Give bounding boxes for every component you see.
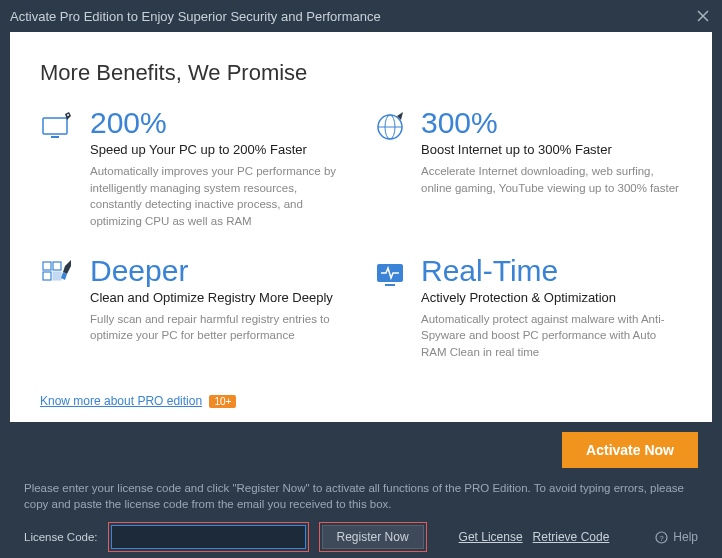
help-label: Help <box>673 530 698 544</box>
pulse-monitor-icon <box>371 256 409 294</box>
benefit-registry: Deeper Clean and Optimize Registry More … <box>40 256 351 361</box>
benefit-body: Automatically improves your PC performan… <box>90 163 351 230</box>
get-license-link[interactable]: Get License <box>459 530 523 544</box>
benefit-subtitle: Boost Internet up to 300% Faster <box>421 142 682 157</box>
know-more-link[interactable]: Know more about PRO edition <box>40 394 202 408</box>
license-code-label: License Code: <box>24 531 98 543</box>
svg-rect-7 <box>53 262 61 270</box>
benefits-heading: More Benefits, We Promise <box>40 60 682 86</box>
benefit-body: Fully scan and repair harmful registry e… <box>90 311 351 344</box>
benefits-grid: 200% Speed up Your PC up to 200% Faster … <box>40 108 682 361</box>
instructions-text: Please enter your license code and click… <box>24 480 698 512</box>
benefit-body: Accelerate Internet downloading, web sur… <box>421 163 682 196</box>
svg-rect-1 <box>51 136 59 138</box>
benefit-body: Automatically protect against malware wi… <box>421 311 682 361</box>
retrieve-code-link[interactable]: Retrieve Code <box>533 530 610 544</box>
titlebar: Activate Pro Edition to Enjoy Superior S… <box>0 0 722 32</box>
window-title: Activate Pro Edition to Enjoy Superior S… <box>10 9 694 24</box>
benefit-stat: 300% <box>421 108 682 138</box>
know-more-row: Know more about PRO edition 10+ <box>40 394 236 408</box>
help-icon: ? <box>655 531 668 544</box>
benefit-stat: 200% <box>90 108 351 138</box>
monitor-rocket-icon <box>40 108 78 146</box>
benefit-stat: Deeper <box>90 256 351 286</box>
svg-rect-9 <box>53 272 61 280</box>
benefit-subtitle: Speed up Your PC up to 200% Faster <box>90 142 351 157</box>
benefit-speed: 200% Speed up Your PC up to 200% Faster … <box>40 108 351 230</box>
license-input-highlight <box>108 522 309 552</box>
svg-point-2 <box>67 114 69 116</box>
benefit-subtitle: Clean and Optimize Registry More Deeply <box>90 290 351 305</box>
benefit-internet: 300% Boost Internet up to 300% Faster Ac… <box>371 108 682 230</box>
svg-rect-6 <box>43 262 51 270</box>
svg-rect-11 <box>385 284 395 286</box>
registry-broom-icon <box>40 256 78 294</box>
license-row: License Code: Register Now Get License R… <box>24 522 698 552</box>
activate-now-button[interactable]: Activate Now <box>562 432 698 468</box>
register-now-button[interactable]: Register Now <box>322 525 424 549</box>
svg-rect-8 <box>43 272 51 280</box>
license-code-input[interactable] <box>111 525 306 549</box>
badge-10plus: 10+ <box>209 395 236 408</box>
footer-panel: Activate Now Please enter your license c… <box>0 422 722 558</box>
benefit-realtime: Real-Time Actively Protection & Optimiza… <box>371 256 682 361</box>
close-icon[interactable] <box>694 7 712 25</box>
benefit-subtitle: Actively Protection & Optimization <box>421 290 682 305</box>
benefits-panel: More Benefits, We Promise 200% Speed up … <box>10 32 712 422</box>
globe-icon <box>371 108 409 146</box>
register-button-highlight: Register Now <box>319 522 427 552</box>
svg-text:?: ? <box>660 533 665 542</box>
help-link[interactable]: ? Help <box>655 530 698 544</box>
svg-rect-0 <box>43 118 67 134</box>
benefit-stat: Real-Time <box>421 256 682 286</box>
